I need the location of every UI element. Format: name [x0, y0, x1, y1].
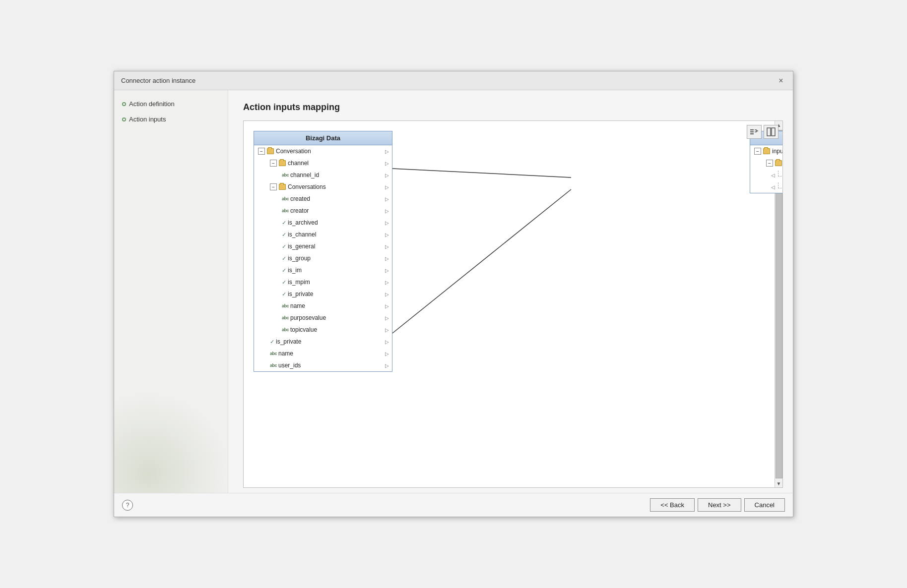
- expand-icon[interactable]: −: [270, 160, 277, 167]
- bullet-icon: [122, 118, 126, 121]
- table-row[interactable]: − Conversation ▷: [254, 145, 392, 157]
- bullet-icon: [122, 102, 126, 106]
- table-row[interactable]: abc topicvalue ▷: [254, 324, 392, 336]
- table-row[interactable]: − inputs: [750, 145, 783, 157]
- back-button[interactable]: << Back: [650, 498, 695, 512]
- main-content: Action inputs mapping: [228, 90, 793, 493]
- svg-line-9: [392, 169, 571, 177]
- table-row[interactable]: ✓ is_im ▷: [254, 264, 392, 276]
- sidebar-item-action-inputs[interactable]: Action inputs: [122, 116, 220, 123]
- sidebar-item-label: Action inputs: [129, 116, 166, 123]
- table-row[interactable]: abc channel_id ▷: [254, 169, 392, 181]
- folder-node-icon: [775, 160, 782, 167]
- port-arrow: ▷: [384, 339, 390, 345]
- port-left-arrow: ◁: [770, 172, 776, 178]
- port-arrow: ▷: [384, 148, 390, 154]
- port-arrow: ▷: [384, 220, 390, 226]
- left-table-header: Bizagi Data: [254, 131, 392, 145]
- table-row[interactable]: abc user_ids ▷: [254, 359, 392, 371]
- set-conversation-topic-table: set-conversation-topic − inputs: [750, 131, 783, 193]
- table-row[interactable]: − input: [750, 157, 783, 169]
- expand-icon[interactable]: −: [766, 160, 773, 167]
- port-left-arrow: ◁: [770, 184, 776, 190]
- sidebar: Action definition Action inputs: [114, 90, 228, 493]
- layout-icon: [767, 127, 776, 136]
- port-arrow: ▷: [384, 172, 390, 178]
- svg-line-10: [392, 189, 571, 333]
- mapping-area: ▲ ▼ Bizagi Data −: [243, 120, 783, 488]
- svg-rect-1: [750, 131, 754, 132]
- table-row[interactable]: abc purposevalue ▷: [254, 312, 392, 324]
- table-row[interactable]: − Conversations ▷: [254, 181, 392, 193]
- port-arrow: ▷: [384, 351, 390, 356]
- port-arrow: ▷: [384, 255, 390, 261]
- expand-icon[interactable]: −: [754, 148, 761, 155]
- toolbar-icons: [747, 125, 778, 139]
- port-arrow: ▷: [384, 267, 390, 273]
- title-bar: Connector action instance ×: [114, 71, 793, 90]
- port-arrow: ▷: [384, 232, 390, 237]
- port-arrow: ▷: [384, 315, 390, 321]
- table-row[interactable]: abc name ▷: [254, 300, 392, 312]
- folder-node-icon: [763, 148, 771, 155]
- port-arrow: ▷: [384, 291, 390, 297]
- table-row[interactable]: ✓ is_group ▷: [254, 252, 392, 264]
- svg-rect-2: [750, 133, 754, 134]
- table-row[interactable]: abc name ▷: [254, 348, 392, 359]
- port-arrow: ▷: [384, 279, 390, 285]
- layout-icon-button[interactable]: [764, 125, 778, 139]
- footer-left: ?: [122, 500, 133, 511]
- bizagi-data-table: Bizagi Data − Conversation ▷: [254, 131, 392, 372]
- table-row[interactable]: abc channel ◁: [750, 181, 783, 193]
- table-row[interactable]: ✓ is_private ▷: [254, 288, 392, 300]
- table-row[interactable]: abc created ▷: [254, 193, 392, 205]
- port-arrow: ▷: [384, 243, 390, 249]
- table-row[interactable]: ✓ is_archived ▷: [254, 217, 392, 229]
- sidebar-item-label: Action definition: [129, 100, 175, 108]
- cancel-button[interactable]: Cancel: [744, 498, 785, 512]
- expand-icon[interactable]: −: [270, 183, 277, 190]
- table-row[interactable]: ✓ is_general ▷: [254, 240, 392, 252]
- dialog: Connector action instance × Action defin…: [114, 71, 793, 517]
- dialog-title: Connector action instance: [121, 77, 195, 84]
- port-arrow: ▷: [384, 160, 390, 166]
- port-arrow: ▷: [384, 362, 390, 368]
- folder-node-icon: [278, 183, 286, 190]
- table-row[interactable]: abc creator ▷: [254, 205, 392, 217]
- port-arrow: ▷: [384, 184, 390, 190]
- svg-rect-7: [767, 128, 771, 136]
- help-button[interactable]: ?: [122, 500, 133, 511]
- page-title: Action inputs mapping: [243, 102, 783, 113]
- footer: ? << Back Next >> Cancel: [114, 493, 793, 517]
- table-row[interactable]: abc topic ◁: [750, 169, 783, 181]
- svg-rect-8: [772, 128, 775, 136]
- table-row[interactable]: ✓ is_mpim ▷: [254, 276, 392, 288]
- next-button[interactable]: Next >>: [698, 498, 741, 512]
- table-row[interactable]: ✓ is_private ▷: [254, 336, 392, 348]
- table-row[interactable]: − channel ▷: [254, 157, 392, 169]
- port-arrow: ▷: [384, 208, 390, 214]
- close-button[interactable]: ×: [776, 76, 786, 86]
- mapping-layout-icon: [750, 127, 759, 136]
- sidebar-item-action-definition[interactable]: Action definition: [122, 100, 220, 108]
- svg-rect-0: [750, 129, 754, 130]
- expand-icon[interactable]: −: [258, 148, 265, 155]
- port-arrow: ▷: [384, 303, 390, 309]
- footer-right: << Back Next >> Cancel: [650, 498, 785, 512]
- mapping-inner: Bizagi Data − Conversation ▷: [244, 121, 782, 487]
- port-arrow: ▷: [384, 196, 390, 202]
- folder-node-icon: [278, 160, 286, 167]
- table-row[interactable]: ✓ is_channel ▷: [254, 229, 392, 240]
- folder-node-icon: [266, 148, 274, 155]
- port-arrow: ▷: [384, 327, 390, 333]
- mapping-icon-button[interactable]: [747, 125, 762, 139]
- content-area: Action definition Action inputs Action i…: [114, 90, 793, 493]
